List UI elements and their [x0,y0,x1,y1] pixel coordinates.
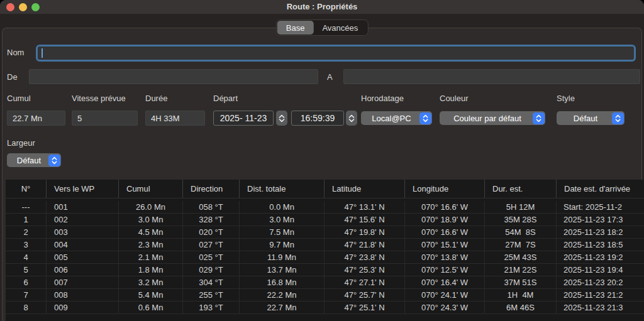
table-cell: 025 °T [183,251,240,263]
table-row[interactable]: 10023.0 Mn328 °T3.0 Mn47° 15.6' N070° 18… [6,214,644,226]
column-header[interactable]: Latitude [325,180,405,198]
base-tab-panel: Nom De A Cumul Vitesse prévue Durée Dépa… [2,28,642,321]
table-cell: 008 [47,289,119,301]
table-cell: 1H 4M [485,289,557,301]
chevron-up-icon [348,114,355,118]
duree-label: Durée [145,94,167,103]
table-body: ---00126.0 Mn058 °T0.0 Mn47° 13.1' N070°… [6,199,644,314]
couleur-label: Couleur [440,94,469,103]
table-cell: Start: 2025-11-2 [557,201,644,213]
table-cell: 5H 12M [485,201,557,213]
table-row[interactable]: 30042.3 Mn027 °T9.7 Mn47° 21.8' N070° 15… [6,239,644,251]
date-stepper[interactable] [276,111,287,126]
planned-speed-input[interactable] [72,111,138,126]
table-cell: 2 [6,226,47,238]
table-row[interactable]: 50061.8 Mn029 °T13.7 Mn47° 25.3' N070° 1… [6,264,644,276]
cumul-label: Cumul [7,94,31,103]
route-name-field-focus-ring [36,45,636,62]
table-cell: 11.9 Mn [240,251,325,263]
table-cell: 001 [47,201,119,213]
table-cell: 304 °T [183,276,240,288]
table-row[interactable]: ---00126.0 Mn058 °T0.0 Mn47° 13.1' N070°… [6,201,644,214]
table-cell: 3.0 Mn [119,214,183,226]
depart-label: Départ [213,94,238,103]
chevron-updown-icon [419,112,431,124]
tab-base[interactable]: Base [277,21,314,35]
column-header[interactable]: Longitude [405,180,485,198]
table-cell: 003 [47,226,119,238]
vitesse-label: Vitesse prévue [72,94,126,103]
table-cell: 4.5 Mn [119,226,183,238]
table-cell: 9.7 Mn [240,239,325,251]
table-cell: 7.5 Mn [240,226,325,238]
table-cell: 8 [6,302,47,313]
color-dropdown[interactable]: Couleur par défaut [440,111,545,125]
table-cell: 7 [6,289,47,301]
table-cell: 4 [6,251,47,263]
table-cell: 070° 16.4' W [405,276,485,288]
table-cell: 058 °T [183,201,240,213]
column-header[interactable]: Vers le WP [47,180,119,198]
column-header[interactable]: Cumul [119,180,183,198]
timestamp-dropdown-value: Local@PC [361,114,419,123]
table-cell: 2025-11-23 17:3 [557,214,644,226]
chevron-down-icon [279,119,285,122]
departure-time-input[interactable] [291,111,344,126]
table-cell: 027 °T [183,239,240,251]
tab-avancees[interactable]: Avancées [313,21,367,35]
table-cell: 070° 12.5' W [405,264,485,276]
table-row[interactable]: 20034.5 Mn020 °T7.5 Mn47° 19.8' N070° 16… [6,226,644,239]
table-cell: --- [6,201,47,213]
table-cell: 2025-11-23 20:2 [557,276,644,288]
duration-input[interactable] [145,111,205,126]
table-cell: 193 °T [183,302,240,313]
table-row[interactable]: 70085.4 Mn255 °T22.2 Mn47° 25.7' N070° 2… [6,289,644,302]
table-cell: 070° 16.6' W [405,201,485,213]
route-name-input[interactable] [38,46,634,60]
total-distance-input[interactable] [7,111,65,126]
table-cell: 22.2 Mn [240,289,325,301]
column-header[interactable]: Date est. d'arrivée [557,180,644,198]
window-title: Route : Propriétés [0,2,644,11]
table-cell: 5.4 Mn [119,289,183,301]
time-stepper[interactable] [346,111,357,126]
column-header[interactable]: Dist. totale [240,180,325,198]
from-input[interactable] [29,69,318,84]
style-dropdown[interactable]: Défaut [557,111,625,125]
table-cell: 16.8 Mn [240,276,325,288]
departure-date-input[interactable] [213,111,274,126]
table-cell: 47° 13.1' N [325,201,405,213]
to-input[interactable] [343,69,640,84]
table-cell: 0.0 Mn [240,201,325,213]
table-row[interactable]: 60073.2 Mn304 °T16.8 Mn47° 27.1' N070° 1… [6,276,644,289]
column-header[interactable]: Direction [183,180,240,198]
chevron-updown-icon [612,112,624,124]
table-cell: 21M 22S [485,264,557,276]
table-cell: 0.6 Mn [119,302,183,313]
table-cell: 2025-11-23 21:2 [557,289,644,301]
table-row[interactable]: 40052.1 Mn025 °T11.9 Mn47° 23.8' N070° 1… [6,251,644,264]
color-dropdown-value: Couleur par défaut [440,114,533,123]
table-cell: 47° 25.7' N [325,289,405,301]
table-cell: 47° 27.1' N [325,276,405,288]
column-header[interactable]: N° [6,180,47,198]
table-cell: 255 °T [183,289,240,301]
table-cell: 2025-11-23 18:2 [557,226,644,238]
table-cell: 6 [6,276,47,288]
table-cell: 13.7 Mn [240,264,325,276]
width-dropdown[interactable]: Défaut [7,153,61,167]
table-cell: 1.8 Mn [119,264,183,276]
timestamp-dropdown[interactable]: Local@PC [361,111,432,125]
table-row[interactable]: 80090.6 Mn193 °T22.7 Mn47° 25.1' N070° 2… [6,302,644,314]
column-header[interactable]: Dur. est. [485,180,557,198]
tab-bar: Base Avancées [276,19,369,36]
chevron-updown-icon [533,112,545,124]
table-cell: 070° 18.9' W [405,214,485,226]
table-cell: 070° 16.6' W [405,226,485,238]
table-cell: 070° 15.1' W [405,239,485,251]
table-cell: 47° 15.6' N [325,214,405,226]
table-cell: 020 °T [183,226,240,238]
text-caret [42,48,43,58]
table-cell: 27M 7S [485,239,557,251]
table-cell: 006 [47,264,119,276]
